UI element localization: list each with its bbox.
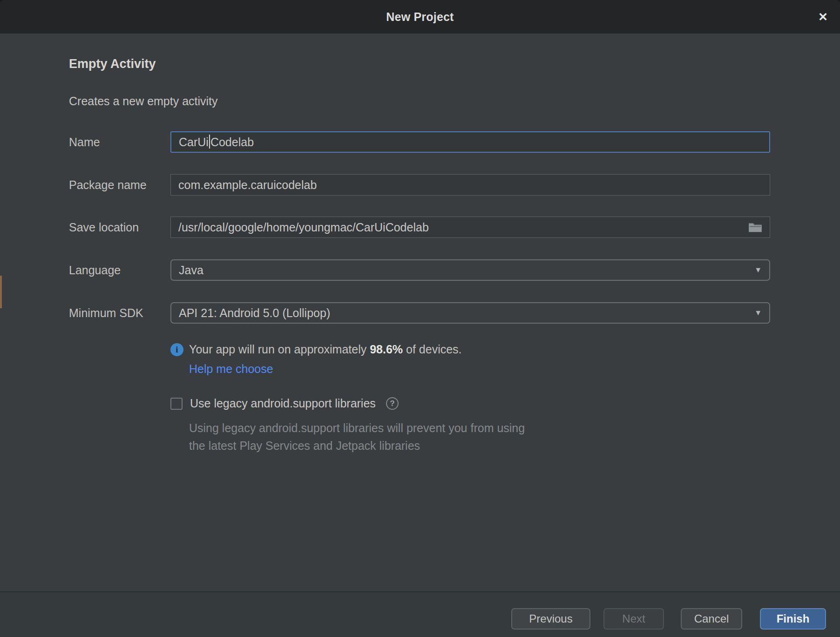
legacy-libraries-row: Use legacy android.support libraries ? xyxy=(170,397,399,410)
text-cursor xyxy=(209,135,210,149)
legacy-description-line2: the latest Play Services and Jetpack lib… xyxy=(189,437,525,454)
activity-type-subtitle: Creates a new empty activity xyxy=(69,95,218,108)
save-location-value: /usr/local/google/home/youngmac/CarUiCod… xyxy=(178,221,429,234)
save-location-label: Save location xyxy=(69,217,139,238)
cancel-button[interactable]: Cancel xyxy=(681,608,742,630)
legacy-libraries-label: Use legacy android.support libraries xyxy=(190,397,376,410)
language-dropdown[interactable]: Java ▼ xyxy=(170,259,770,281)
sdk-coverage-percent: 98.6% xyxy=(370,343,403,356)
footer-bar: Previous Next Cancel Finish xyxy=(0,592,840,637)
chevron-down-icon: ▼ xyxy=(754,266,762,274)
activity-type-title: Empty Activity xyxy=(69,57,156,71)
legacy-libraries-checkbox[interactable] xyxy=(170,398,183,410)
next-button[interactable]: Next xyxy=(603,608,664,630)
min-sdk-dropdown[interactable]: API 21: Android 5.0 (Lollipop) ▼ xyxy=(170,302,770,324)
package-name-input[interactable]: com.example.caruicodelab xyxy=(170,174,770,196)
help-me-choose-link[interactable]: Help me choose xyxy=(189,362,273,376)
info-icon: i xyxy=(170,343,183,356)
language-selected-value: Java xyxy=(179,264,203,277)
save-location-input[interactable]: /usr/local/google/home/youngmac/CarUiCod… xyxy=(170,217,770,238)
name-value-before-cursor: CarUi xyxy=(179,136,209,149)
sdk-coverage-info: i Your app will run on approximately 98.… xyxy=(170,343,462,356)
previous-button[interactable]: Previous xyxy=(511,608,590,630)
dialog-title: New Project xyxy=(386,10,454,24)
legacy-description-line1: Using legacy android.support libraries w… xyxy=(189,419,525,437)
min-sdk-label: Minimum SDK xyxy=(69,302,143,324)
screen-edge-artifact xyxy=(0,276,2,308)
folder-icon[interactable] xyxy=(748,222,762,233)
package-name-label: Package name xyxy=(69,174,147,196)
language-label: Language xyxy=(69,259,121,281)
package-name-value: com.example.caruicodelab xyxy=(178,178,317,192)
finish-button[interactable]: Finish xyxy=(760,608,826,630)
new-project-dialog: New Project ✕ Empty Activity Creates a n… xyxy=(0,0,840,637)
help-icon[interactable]: ? xyxy=(386,397,399,410)
chevron-down-icon: ▼ xyxy=(754,309,762,317)
legacy-libraries-description: Using legacy android.support libraries w… xyxy=(189,419,525,454)
name-label: Name xyxy=(69,131,100,153)
close-icon[interactable]: ✕ xyxy=(818,11,828,23)
sdk-coverage-text: Your app will run on approximately 98.6%… xyxy=(189,343,462,356)
dialog-titlebar: New Project ✕ xyxy=(0,0,840,34)
name-value-after-cursor: Codelab xyxy=(210,136,254,149)
name-input[interactable]: CarUiCodelab xyxy=(170,131,770,153)
min-sdk-selected-value: API 21: Android 5.0 (Lollipop) xyxy=(179,306,330,320)
